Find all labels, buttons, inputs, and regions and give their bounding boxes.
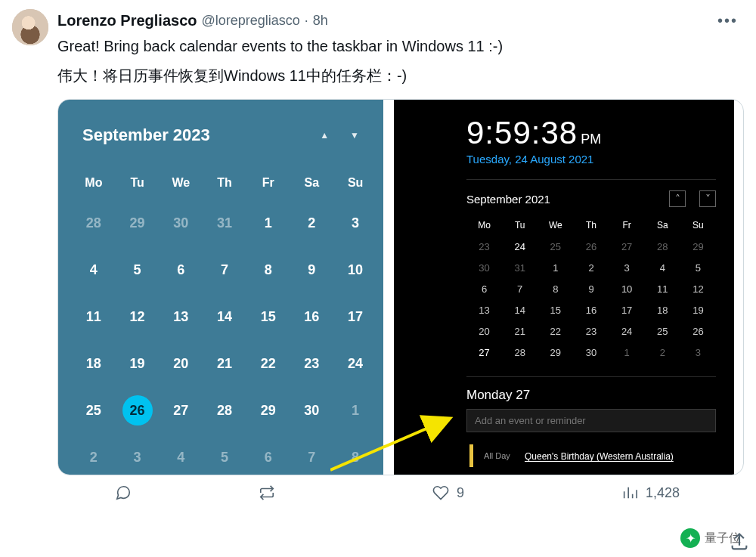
left-calendar-cell[interactable]: 12 <box>116 293 160 340</box>
like-button[interactable]: 9 <box>432 484 621 501</box>
left-calendar-cell[interactable]: 27 <box>159 387 203 434</box>
left-calendar-cell[interactable]: 5 <box>116 246 160 293</box>
author-handle[interactable]: @lorepregliasco <box>202 13 300 29</box>
left-calendar-title[interactable]: September 2023 <box>82 125 210 145</box>
right-calendar-cell[interactable]: 28 <box>502 342 538 363</box>
right-calendar-cell[interactable]: 17 <box>609 299 645 320</box>
left-calendar-cell[interactable]: 7 <box>290 434 334 475</box>
more-icon[interactable]: ••• <box>711 9 744 32</box>
views-button[interactable]: 1,428 <box>621 484 727 501</box>
left-calendar-cell[interactable]: 14 <box>203 293 246 340</box>
right-calendar-cell[interactable]: 4 <box>645 257 680 278</box>
right-calendar-cell[interactable]: 20 <box>466 320 502 342</box>
left-calendar-cell[interactable]: 10 <box>333 246 377 293</box>
right-calendar-cell[interactable]: 14 <box>502 299 538 320</box>
left-calendar-cell[interactable]: 11 <box>72 293 116 340</box>
left-calendar-cell[interactable]: 8 <box>333 434 377 475</box>
author-name[interactable]: Lorenzo Pregliasco <box>57 12 197 29</box>
next-month-icon[interactable]: ▼ <box>350 130 359 141</box>
right-calendar-cell[interactable]: 2 <box>645 342 680 363</box>
left-calendar-cell[interactable]: 31 <box>203 200 246 246</box>
right-calendar-cell[interactable]: 12 <box>680 278 716 299</box>
left-calendar-cell[interactable]: 23 <box>290 340 334 387</box>
right-calendar-cell[interactable]: 6 <box>466 278 502 299</box>
right-calendar-cell[interactable]: 18 <box>645 299 680 320</box>
right-calendar-cell[interactable]: 11 <box>645 278 680 299</box>
right-calendar-cell[interactable]: 1 <box>609 342 645 363</box>
full-date[interactable]: Tuesday, 24 August 2021 <box>466 153 716 166</box>
month-up-icon[interactable]: ˄ <box>669 190 686 207</box>
right-calendar-cell[interactable]: 29 <box>680 236 716 257</box>
right-calendar-cell[interactable]: 5 <box>680 257 716 278</box>
right-calendar-cell[interactable]: 30 <box>573 342 609 363</box>
right-calendar-cell[interactable]: 23 <box>466 236 502 257</box>
left-calendar-cell[interactable]: 22 <box>246 340 290 387</box>
right-calendar-cell[interactable]: 28 <box>645 236 680 257</box>
tweet-media[interactable]: September 2023 ▲ ▼ MoTuWeThFrSaSu 282930… <box>57 99 744 475</box>
right-calendar-cell[interactable]: 16 <box>573 299 609 320</box>
tweet-time[interactable]: 8h <box>313 13 328 29</box>
right-calendar-cell[interactable]: 9 <box>573 278 609 299</box>
left-calendar-cell[interactable]: 1 <box>246 200 290 246</box>
right-calendar-cell[interactable]: 3 <box>609 257 645 278</box>
left-calendar-cell[interactable]: 4 <box>159 434 203 475</box>
right-calendar-cell[interactable]: 10 <box>609 278 645 299</box>
event-row[interactable]: All DayQueen's Birthday (Western Austral… <box>466 440 716 472</box>
right-calendar-cell[interactable]: 27 <box>466 342 502 363</box>
right-calendar-cell[interactable]: 27 <box>609 236 645 257</box>
left-calendar-cell[interactable]: 29 <box>116 200 160 246</box>
left-calendar-cell[interactable]: 29 <box>246 387 290 434</box>
left-calendar-cell[interactable]: 3 <box>116 434 160 475</box>
left-calendar-cell[interactable]: 30 <box>159 200 203 246</box>
right-calendar-cell[interactable]: 1 <box>538 257 573 278</box>
left-calendar-cell[interactable]: 21 <box>203 340 246 387</box>
left-calendar-cell[interactable]: 2 <box>72 434 116 475</box>
right-calendar-cell[interactable]: 2 <box>573 257 609 278</box>
right-calendar-cell[interactable]: 13 <box>466 299 502 320</box>
left-calendar-cell[interactable]: 7 <box>203 246 246 293</box>
add-event-input[interactable] <box>466 409 716 432</box>
left-calendar-cell[interactable]: 16 <box>290 293 334 340</box>
right-calendar-cell[interactable]: 26 <box>680 320 716 342</box>
share-icon[interactable] <box>727 531 751 552</box>
retweet-button[interactable] <box>259 484 432 501</box>
left-calendar-cell[interactable]: 19 <box>116 340 160 387</box>
prev-month-icon[interactable]: ▲ <box>320 130 329 141</box>
left-calendar-cell[interactable]: 30 <box>290 387 334 434</box>
right-calendar-cell[interactable]: 15 <box>538 299 573 320</box>
left-calendar-cell[interactable]: 4 <box>72 246 116 293</box>
left-calendar-cell[interactable]: 24 <box>333 340 377 387</box>
left-calendar-cell[interactable]: 13 <box>159 293 203 340</box>
month-down-icon[interactable]: ˅ <box>699 190 716 207</box>
left-calendar-cell[interactable]: 3 <box>333 200 377 246</box>
left-calendar-cell[interactable]: 1 <box>333 387 377 434</box>
right-calendar-cell[interactable]: 31 <box>502 257 538 278</box>
right-calendar-cell[interactable]: 25 <box>538 236 573 257</box>
right-month-label[interactable]: September 2021 <box>466 193 550 206</box>
left-calendar-cell[interactable]: 9 <box>290 246 334 293</box>
left-calendar-cell[interactable]: 15 <box>246 293 290 340</box>
right-calendar-cell[interactable]: 21 <box>502 320 538 342</box>
right-calendar-cell[interactable]: 24 <box>502 236 538 257</box>
right-calendar-cell[interactable]: 29 <box>538 342 573 363</box>
left-calendar-cell[interactable]: 8 <box>246 246 290 293</box>
left-calendar-cell[interactable]: 17 <box>333 293 377 340</box>
left-calendar-cell[interactable]: 18 <box>72 340 116 387</box>
right-calendar-cell[interactable]: 19 <box>680 299 716 320</box>
right-calendar-cell[interactable]: 25 <box>645 320 680 342</box>
right-calendar-cell[interactable]: 8 <box>538 278 573 299</box>
left-calendar-cell[interactable]: 25 <box>72 387 116 434</box>
reply-button[interactable] <box>115 484 259 501</box>
left-calendar-cell[interactable]: 2 <box>290 200 334 246</box>
right-calendar-cell[interactable]: 26 <box>573 236 609 257</box>
left-calendar-cell[interactable]: 28 <box>72 200 116 246</box>
left-calendar-cell[interactable]: 28 <box>203 387 246 434</box>
right-calendar-cell[interactable]: 22 <box>538 320 573 342</box>
left-calendar-cell[interactable]: 20 <box>159 340 203 387</box>
right-calendar-cell[interactable]: 24 <box>609 320 645 342</box>
left-calendar-cell[interactable]: 26 <box>116 387 160 434</box>
right-calendar-cell[interactable]: 30 <box>466 257 502 278</box>
avatar[interactable] <box>12 9 48 45</box>
right-calendar-cell[interactable]: 7 <box>502 278 538 299</box>
right-calendar-cell[interactable]: 3 <box>680 342 716 363</box>
